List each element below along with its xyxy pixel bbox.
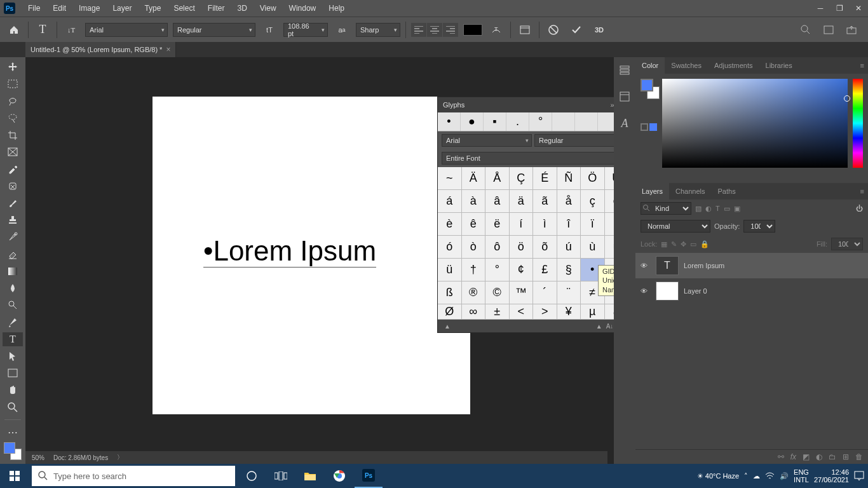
glyph-cell[interactable]: ç [581,190,605,213]
glyph-cell[interactable]: ~ [438,167,462,190]
blur-tool[interactable] [3,281,23,295]
filter-smart-icon[interactable]: ▣ [734,205,740,213]
glyph-cell[interactable]: ∞ [462,304,486,320]
glyph-cell[interactable]: > [533,304,557,320]
glyph-cell[interactable]: â [485,190,510,213]
glyph-cell[interactable]: ù [581,236,605,259]
warp-text-icon[interactable]: T [487,21,505,39]
close-tab-icon[interactable]: × [166,45,170,54]
glyph-cell[interactable]: á [438,190,462,213]
hand-tool[interactable] [3,383,23,398]
frame-icon[interactable] [820,21,837,39]
layer-name[interactable]: Layer 0 [684,287,707,295]
tab-channels[interactable]: Channels [669,183,711,200]
glyph-cell[interactable]: © [485,281,510,304]
visibility-icon[interactable]: 👁 [641,287,651,295]
eyedropper-tool[interactable] [3,162,23,177]
chrome-icon[interactable] [325,464,353,488]
menu-filter[interactable]: Filter [201,4,231,13]
glyph-cell[interactable]: ¥ [557,304,581,320]
glyph-cell[interactable]: Ö [581,167,605,190]
glyph-cell[interactable]: ã [533,190,557,213]
glyph-cell[interactable]: £ [533,259,557,281]
tab-layers[interactable]: Layers [635,183,669,200]
glyph-cell[interactable]: ¢ [510,259,534,281]
layer-fx-icon[interactable]: fx [790,452,796,461]
menu-layer[interactable]: Layer [106,4,138,13]
glyph-cell[interactable]: ê [462,213,486,236]
filter-pixel-icon[interactable]: ▧ [695,205,702,213]
fill-input[interactable]: 100% [831,238,863,250]
weather-widget[interactable]: ☀ 40°C Haze [697,472,739,480]
layer-thumbnail[interactable] [656,281,679,301]
document-canvas[interactable]: •Lorem Ipsum [153,97,470,414]
glyph-cell[interactable]: Ü [605,167,614,190]
lock-all-icon[interactable]: 🔒 [700,240,709,248]
properties-panel-icon[interactable] [617,89,632,104]
filter-adjust-icon[interactable]: ◐ [705,205,712,213]
doc-info[interactable]: Doc: 2.86M/0 bytes [53,454,108,461]
recent-glyph[interactable]: ▪ [484,112,506,131]
crop-tool[interactable] [3,128,23,142]
glyph-cell[interactable]: É [533,167,557,190]
lasso-tool[interactable] [3,94,23,109]
link-layers-icon[interactable]: ⚯ [778,452,784,461]
glyph-cell[interactable]: † [462,259,486,281]
doc-info-arrow[interactable]: 〉 [117,453,123,462]
text-color-swatch[interactable] [463,24,482,36]
share-icon[interactable] [843,21,860,39]
edit-toolbar-icon[interactable]: ⋯ [3,425,23,440]
frame-tool[interactable] [3,145,23,159]
recent-glyph[interactable] [575,112,598,131]
opacity-input[interactable]: 100% [743,220,775,233]
language-indicator[interactable]: ENGINTL [794,468,809,484]
stamp-tool[interactable] [3,213,23,227]
menu-help[interactable]: Help [322,4,351,13]
recent-glyph[interactable]: ° [529,112,552,131]
brush-tool[interactable] [3,196,23,210]
layer-mask-icon[interactable]: ◩ [803,452,810,461]
explorer-icon[interactable] [296,464,324,488]
glyph-cell[interactable]: ô [485,236,510,259]
glyph-cell[interactable]: ï [581,213,605,236]
cortana-icon[interactable] [238,464,266,488]
document-tab[interactable]: Untitled-1 @ 50% (Lorem Ipsum, RGB/8) * … [25,42,176,57]
glyph-cell[interactable]: é [605,190,614,213]
glyph-cell[interactable]: ß [438,281,462,304]
wifi-icon[interactable] [765,472,775,480]
glyph-cell[interactable]: ´ [533,281,557,304]
glyph-cell[interactable]: ¨ [557,281,581,304]
glyph-cell[interactable]: ° [485,259,510,281]
zoom-level[interactable]: 50% [32,454,44,461]
rectangle-tool[interactable] [3,366,23,381]
glyph-cell[interactable]: î [557,213,581,236]
glyph-cell[interactable]: ∂ [605,304,614,320]
cancel-icon[interactable] [545,21,562,39]
glyph-cell[interactable]: ñ [605,213,614,236]
glyphs-panel[interactable]: Glyphs »≡ • ● ▪ . ° Arial Regular Entire… [437,97,614,333]
glyph-cell[interactable]: ó [438,236,462,259]
window-close[interactable]: ✕ [849,0,868,17]
tab-paths[interactable]: Paths [712,183,742,200]
delete-layer-icon[interactable]: 🗑 [855,452,863,461]
glyph-cell[interactable]: µ [581,304,605,320]
lock-artboard-icon[interactable]: ▭ [690,240,696,248]
character-panel-icon[interactable]: A [617,116,632,131]
dodge-tool[interactable] [3,298,23,313]
align-left-button[interactable] [411,23,426,37]
clock[interactable]: 12:4627/06/2021 [814,468,849,484]
recent-glyph[interactable] [552,112,575,131]
glyph-cell[interactable]: ö [510,236,534,259]
tab-swatches[interactable]: Swatches [665,57,708,74]
layer-item[interactable]: 👁 T Lorem Ipsum [635,253,868,278]
lock-image-icon[interactable]: ✎ [671,240,677,248]
tab-libraries[interactable]: Libraries [759,57,799,74]
glyph-cell[interactable]: ú [557,236,581,259]
font-size-input[interactable]: 108.86 pt [283,23,328,37]
glyph-cell[interactable]: Ñ [557,167,581,190]
glyphs-style-select[interactable]: Regular [534,134,614,147]
glyph-cell[interactable]: ä [510,190,534,213]
menu-3d[interactable]: 3D [231,4,253,13]
new-layer-icon[interactable]: ⊞ [843,452,849,461]
character-panel-icon[interactable] [516,21,534,39]
